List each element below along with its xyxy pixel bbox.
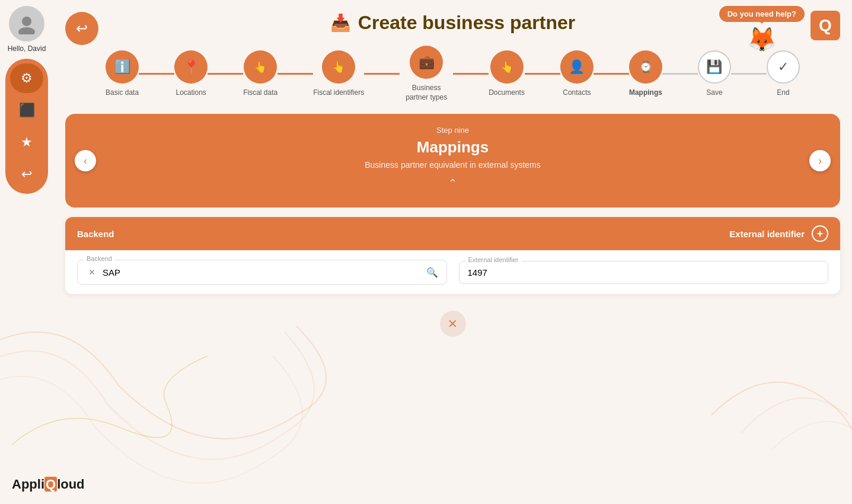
- step-circle-contacts[interactable]: 👤: [560, 50, 593, 84]
- step-contacts[interactable]: 👤 Contacts: [560, 50, 593, 98]
- mappings-row: Backend ✕ 🔍 External identifier: [65, 250, 840, 294]
- help-bubble[interactable]: Do you need help?: [719, 6, 805, 22]
- step-label-basic-data: Basic data: [106, 88, 139, 98]
- col-backend-header: Backend: [77, 229, 729, 239]
- step-label-fiscal-data: Fiscal data: [243, 88, 277, 98]
- connector-4: [364, 73, 400, 75]
- external-identifier-field[interactable]: [459, 261, 829, 284]
- delete-row-button[interactable]: ✕: [440, 311, 466, 337]
- clear-backend-button[interactable]: ✕: [86, 266, 98, 278]
- col-external-identifier-header: External identifier +: [729, 225, 828, 242]
- step-label-locations: Locations: [175, 88, 206, 98]
- brand-q-letter: Q: [44, 477, 57, 492]
- main-content: ↩ 📥 Create business partner Do you need …: [53, 0, 852, 504]
- logout-icon: ↩: [21, 167, 32, 182]
- step-end[interactable]: ✓ End: [767, 50, 800, 98]
- external-identifier-field-group: External identifier: [459, 261, 829, 284]
- step-fiscal-data[interactable]: 👆 Fiscal data: [243, 50, 277, 98]
- svg-point-0: [22, 17, 31, 26]
- step-label-bp-types: Business partner types: [400, 84, 453, 102]
- step-card-step-label: Step nine: [89, 126, 816, 135]
- add-mapping-button[interactable]: +: [812, 225, 828, 242]
- step-circle-mappings[interactable]: ⌚: [629, 50, 662, 84]
- sidebar-item-settings[interactable]: ⚙: [10, 63, 43, 93]
- step-label-mappings: Mappings: [629, 88, 662, 98]
- sidebar-item-integrations[interactable]: ⬛: [10, 95, 43, 125]
- step-label-fiscal-identifiers: Fiscal identifiers: [313, 88, 364, 98]
- sidebar-item-favorites[interactable]: ★: [10, 127, 43, 157]
- connector-3: [277, 73, 313, 75]
- mappings-table-header: Backend External identifier +: [65, 217, 840, 250]
- backend-input[interactable]: [103, 267, 422, 277]
- connector-5: [453, 73, 489, 75]
- connector-6: [525, 73, 560, 75]
- step-label-contacts: Contacts: [563, 88, 591, 98]
- connector-2: [208, 73, 243, 75]
- step-card-content: Step nine Mappings Business partner equi…: [89, 126, 816, 170]
- step-locations[interactable]: 📍 Locations: [174, 50, 208, 98]
- step-circle-locations[interactable]: 📍: [174, 50, 208, 84]
- q-logo-button[interactable]: Q: [810, 11, 840, 40]
- backend-field-label: Backend: [84, 255, 114, 262]
- stepper: ℹ️ Basic data 📍 Locations 👆 Fiscal data …: [53, 40, 852, 114]
- step-card-title: Mappings: [89, 138, 816, 157]
- brand-logo: AppliQloud: [12, 477, 85, 492]
- title-icon: 📥: [330, 13, 351, 33]
- step-label-save: Save: [706, 88, 722, 98]
- avatar[interactable]: [9, 6, 44, 42]
- step-label-documents: Documents: [489, 88, 525, 98]
- step-circle-basic-data[interactable]: ℹ️: [106, 50, 139, 84]
- sidebar-navigation: ⚙ ⬛ ★ ↩: [5, 59, 48, 194]
- external-identifier-input[interactable]: [468, 267, 820, 277]
- step-documents[interactable]: 👆 Documents: [489, 50, 525, 98]
- step-label-end: End: [777, 88, 789, 98]
- page-header: ↩ 📥 Create business partner Do you need …: [53, 0, 852, 40]
- step-circle-documents[interactable]: 👆: [490, 50, 524, 84]
- sidebar: Hello, David ⚙ ⬛ ★ ↩: [0, 0, 53, 504]
- sidebar-item-logout[interactable]: ↩: [10, 160, 43, 189]
- step-basic-data[interactable]: ℹ️ Basic data: [106, 50, 139, 98]
- step-card: ‹ › Step nine Mappings Business partner …: [65, 114, 840, 208]
- step-card-subtitle: Business partner equivalent in external …: [89, 160, 816, 170]
- external-identifier-label: External identifier: [466, 256, 521, 263]
- step-circle-save[interactable]: 💾: [698, 50, 731, 84]
- connector-1: [139, 73, 174, 75]
- page-title: 📥 Create business partner: [330, 12, 575, 34]
- step-circle-bp-types[interactable]: 💼: [410, 46, 443, 79]
- star-icon: ★: [21, 135, 33, 150]
- step-bp-types[interactable]: 💼 Business partner types: [400, 46, 453, 102]
- connector-9: [731, 73, 767, 75]
- step-circle-fiscal-data[interactable]: 👆: [244, 50, 277, 84]
- step-mappings[interactable]: ⌚ Mappings: [629, 50, 662, 98]
- connector-8: [662, 73, 698, 75]
- settings-icon: ⚙: [21, 71, 33, 86]
- step-save[interactable]: 💾 Save: [698, 50, 731, 98]
- step-fiscal-identifiers[interactable]: 👆 Fiscal identifiers: [313, 50, 364, 98]
- integrations-icon: ⬛: [19, 103, 35, 118]
- backend-field-group: Backend ✕ 🔍: [77, 260, 447, 285]
- greeting-text: Hello, David: [8, 44, 46, 53]
- step-circle-end[interactable]: ✓: [767, 50, 800, 84]
- search-icon[interactable]: 🔍: [426, 267, 438, 278]
- svg-point-1: [18, 27, 35, 34]
- backend-field[interactable]: ✕ 🔍: [77, 260, 447, 285]
- mappings-data-card: Backend External identifier + Backend ✕ …: [65, 217, 840, 294]
- collapse-chevron[interactable]: ⌃: [89, 177, 816, 190]
- connector-7: [593, 73, 629, 75]
- step-circle-fiscal-identifiers[interactable]: 👆: [322, 50, 355, 84]
- stepper-row: ℹ️ Basic data 📍 Locations 👆 Fiscal data …: [71, 46, 834, 102]
